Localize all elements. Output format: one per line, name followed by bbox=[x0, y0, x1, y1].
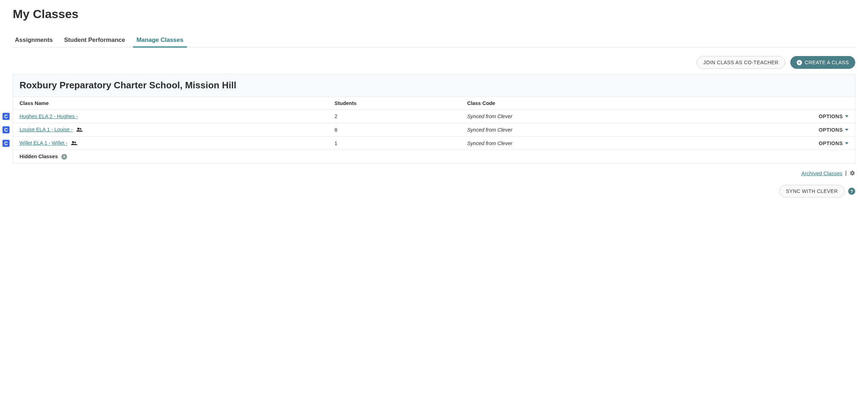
coteacher-icon bbox=[76, 127, 83, 133]
svg-point-0 bbox=[77, 128, 79, 130]
school-header: Roxbury Preparatory Charter School, Miss… bbox=[13, 74, 855, 96]
clever-badge-icon: C bbox=[2, 126, 10, 133]
col-class-code: Class Code bbox=[467, 100, 716, 106]
chevron-down-icon bbox=[845, 115, 848, 117]
svg-point-3 bbox=[74, 142, 76, 144]
hidden-classes-label: Hidden Classes bbox=[20, 154, 58, 159]
clever-badge-icon: C bbox=[2, 140, 10, 147]
clever-badge-icon: C bbox=[2, 113, 10, 120]
tab-student-performance[interactable]: Student Performance bbox=[62, 34, 127, 47]
table-row: CWillet ELA 1 - Willet -1Synced from Cle… bbox=[13, 136, 855, 150]
table-row: CHughes ELA 2 - Hughes -2Synced from Cle… bbox=[13, 110, 855, 123]
students-count: 2 bbox=[335, 114, 467, 119]
create-class-button[interactable]: + CREATE A CLASS bbox=[790, 56, 855, 69]
school-name: Roxbury Preparatory Charter School, Miss… bbox=[20, 80, 848, 91]
class-code: Synced from Clever bbox=[467, 140, 716, 146]
svg-point-2 bbox=[72, 141, 74, 143]
class-name-link[interactable]: Louise ELA 1 - Louise - bbox=[20, 127, 73, 132]
table-row: CLouise ELA 1 - Louise -8Synced from Cle… bbox=[13, 123, 855, 136]
students-count: 1 bbox=[335, 140, 467, 146]
archived-classes-link[interactable]: Archived Classes bbox=[801, 170, 842, 176]
divider: | bbox=[845, 170, 847, 176]
students-count: 8 bbox=[335, 127, 467, 133]
page-title: My Classes bbox=[13, 7, 855, 21]
class-name-link[interactable]: Willet ELA 1 - Willet - bbox=[20, 140, 67, 146]
col-students: Students bbox=[335, 100, 467, 106]
options-dropdown[interactable]: OPTIONS bbox=[716, 114, 848, 119]
tabs: Assignments Student Performance Manage C… bbox=[13, 34, 855, 48]
table-header: Class Name Students Class Code bbox=[13, 96, 855, 110]
options-dropdown[interactable]: OPTIONS bbox=[716, 140, 848, 146]
class-name-link[interactable]: Hughes ELA 2 - Hughes - bbox=[20, 114, 78, 119]
plus-icon: + bbox=[797, 60, 802, 65]
footer-links: Archived Classes | bbox=[13, 170, 855, 176]
sync-row: SYNC WITH CLEVER ? bbox=[13, 185, 855, 198]
class-code: Synced from Clever bbox=[467, 114, 716, 119]
create-class-label: CREATE A CLASS bbox=[805, 60, 849, 65]
classes-table: Class Name Students Class Code CHughes E… bbox=[13, 96, 855, 164]
join-co-teacher-button[interactable]: JOIN CLASS AS CO-TEACHER bbox=[697, 56, 785, 69]
options-label: OPTIONS bbox=[819, 114, 843, 119]
gear-icon[interactable] bbox=[850, 170, 855, 176]
svg-point-1 bbox=[80, 128, 82, 130]
chevron-down-icon bbox=[845, 142, 848, 144]
expand-icon: + bbox=[61, 154, 67, 160]
options-dropdown[interactable]: OPTIONS bbox=[716, 127, 848, 133]
chevron-down-icon bbox=[845, 129, 848, 131]
hidden-classes-toggle[interactable]: Hidden Classes + bbox=[13, 150, 855, 163]
tab-assignments[interactable]: Assignments bbox=[13, 34, 55, 47]
options-label: OPTIONS bbox=[819, 127, 843, 133]
coteacher-icon bbox=[71, 140, 77, 146]
help-icon[interactable]: ? bbox=[848, 188, 855, 195]
col-class-name: Class Name bbox=[20, 100, 335, 106]
tab-manage-classes[interactable]: Manage Classes bbox=[134, 34, 186, 47]
class-code: Synced from Clever bbox=[467, 127, 716, 133]
options-label: OPTIONS bbox=[819, 140, 843, 146]
sync-with-clever-button[interactable]: SYNC WITH CLEVER bbox=[779, 185, 845, 198]
actions-row: JOIN CLASS AS CO-TEACHER + CREATE A CLAS… bbox=[13, 56, 855, 69]
